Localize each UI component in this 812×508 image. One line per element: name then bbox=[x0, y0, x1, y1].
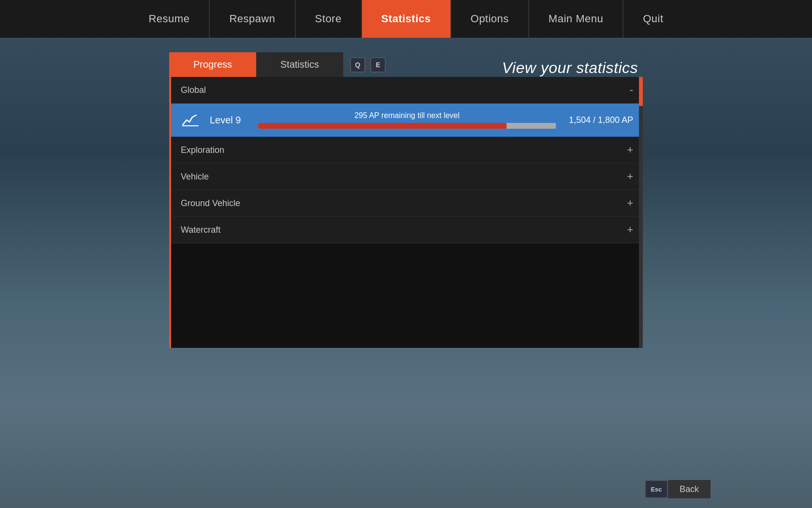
ap-remaining-text: 295 AP remaining till next level bbox=[354, 111, 460, 120]
level-row: Level 9 295 AP remaining till next level… bbox=[171, 104, 643, 137]
section-watercraft[interactable]: Watercraft + bbox=[171, 217, 643, 243]
vehicle-label: Vehicle bbox=[181, 172, 209, 182]
tab-progress[interactable]: Progress bbox=[169, 52, 256, 77]
ground-vehicle-toggle: + bbox=[627, 197, 633, 209]
global-toggle: - bbox=[630, 84, 633, 96]
top-navigation: Resume Respawn Store Statistics Options … bbox=[0, 0, 812, 38]
scrollbar-thumb[interactable] bbox=[639, 77, 643, 106]
exploration-toggle: + bbox=[627, 144, 633, 156]
back-button[interactable]: Back bbox=[668, 480, 710, 498]
content-panel: Global - Level 9 295 AP remaining till n… bbox=[169, 77, 643, 348]
section-vehicle[interactable]: Vehicle + bbox=[171, 164, 643, 190]
progress-bar bbox=[258, 123, 556, 129]
tab-statistics[interactable]: Statistics bbox=[256, 52, 343, 77]
section-ground-vehicle[interactable]: Ground Vehicle + bbox=[171, 190, 643, 217]
nav-item-resume[interactable]: Resume bbox=[129, 0, 209, 38]
nav-item-main-menu[interactable]: Main Menu bbox=[529, 0, 623, 38]
watercraft-toggle: + bbox=[627, 224, 633, 236]
exploration-label: Exploration bbox=[181, 145, 224, 155]
nav-item-statistics[interactable]: Statistics bbox=[362, 0, 451, 38]
vehicle-toggle: + bbox=[627, 170, 633, 183]
header-area: Progress Statistics Q E View your statis… bbox=[169, 52, 643, 77]
ground-vehicle-label: Ground Vehicle bbox=[181, 198, 240, 209]
tab-keys: Q E bbox=[347, 57, 386, 73]
nav-item-options[interactable]: Options bbox=[451, 0, 529, 38]
nav-item-respawn[interactable]: Respawn bbox=[209, 0, 295, 38]
tab-key-e[interactable]: E bbox=[370, 57, 386, 73]
esc-key[interactable]: Esc bbox=[645, 480, 668, 498]
tab-area: Progress Statistics Q E bbox=[169, 52, 386, 77]
section-global[interactable]: Global - bbox=[171, 77, 643, 104]
tab-key-q[interactable]: Q bbox=[350, 57, 365, 73]
ap-value: 1,504 / 1,800 AP bbox=[566, 115, 633, 125]
section-exploration[interactable]: Exploration + bbox=[171, 137, 643, 164]
nav-items: Resume Respawn Store Statistics Options … bbox=[129, 0, 682, 38]
nav-item-store[interactable]: Store bbox=[295, 0, 362, 38]
nav-item-quit[interactable]: Quit bbox=[623, 0, 682, 38]
view-title: View your statistics bbox=[502, 59, 643, 77]
watercraft-label: Watercraft bbox=[181, 225, 220, 235]
level-label: Level 9 bbox=[210, 115, 248, 126]
global-label: Global bbox=[181, 85, 206, 95]
level-center: 295 AP remaining till next level bbox=[258, 111, 556, 129]
main-content: Progress Statistics Q E View your statis… bbox=[0, 38, 812, 508]
progress-bar-fill bbox=[258, 123, 507, 129]
level-icon bbox=[181, 110, 200, 130]
bottom-bar: Esc Back bbox=[645, 480, 710, 498]
statistics-panel: Progress Statistics Q E View your statis… bbox=[169, 52, 643, 348]
